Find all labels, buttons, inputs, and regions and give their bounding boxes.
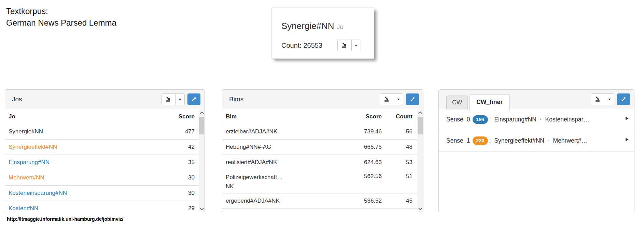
- jo-score: 35: [161, 159, 199, 166]
- table-row[interactable]: ergebend#ADJA#NK 536.52 45: [222, 193, 417, 209]
- senses-download-split-button: [591, 93, 614, 105]
- table-row: Mehrwert#NN 30: [5, 170, 199, 186]
- jo-score: 30: [161, 190, 199, 197]
- sense-items: Einsparung#NN · Kosteneinspar…: [494, 116, 589, 123]
- bim-term: Polizeigewerkschaft… NK: [222, 173, 345, 191]
- bim-count: 56: [386, 128, 417, 135]
- bim-score: 536.52: [345, 198, 386, 204]
- table-row: Kosteneinsparung#NN 30: [5, 186, 199, 201]
- term-type-label: Jo: [337, 23, 344, 30]
- scrollbar-thumb[interactable]: [418, 117, 423, 134]
- column-header-score[interactable]: Score: [345, 113, 386, 120]
- table-row[interactable]: erzielbar#ADJA#NK 739.46 56: [222, 124, 417, 140]
- jo-score: 30: [161, 174, 199, 181]
- download-options-button[interactable]: [605, 94, 614, 105]
- sense-colon: :: [489, 116, 491, 123]
- download-button[interactable]: [380, 94, 394, 105]
- term-card-download-split-button: [337, 40, 361, 51]
- bim-count: 48: [386, 144, 417, 150]
- jo-term-link[interactable]: Kosten#NN: [5, 205, 161, 212]
- sense-colon: :: [489, 137, 491, 144]
- download-icon: [341, 42, 348, 49]
- jo-term-link[interactable]: Einsparung#NN: [5, 159, 161, 166]
- senses-tabs: CW CW_finer: [446, 90, 511, 109]
- table-row[interactable]: Polizeigewerkschaft… NK 562.56 51: [222, 170, 417, 193]
- expand-icon: [409, 96, 416, 102]
- download-button[interactable]: [162, 94, 175, 105]
- scroll-up-button[interactable]: [199, 110, 205, 115]
- download-options-button[interactable]: [394, 94, 403, 105]
- scroll-down-button[interactable]: [199, 206, 205, 212]
- sense-row[interactable]: Sense 1 223 : Synergieeffekt#NN · Mehrwe…: [439, 130, 634, 151]
- bims-download-split-button: [380, 93, 403, 105]
- sense-index: 1: [467, 137, 470, 144]
- bim-count: 53: [386, 159, 417, 166]
- expand-sense-caret-icon[interactable]: [626, 117, 629, 120]
- table-row: Synergieeffekt#NN 42: [5, 140, 199, 155]
- jos-table-header: Jo Score: [5, 109, 199, 124]
- bim-count: 45: [386, 198, 417, 204]
- senses-list: Sense 0 194 : Einsparung#NN · Kosteneins…: [439, 109, 634, 212]
- sense-items: Synergieeffekt#NN · Mehrwert#…: [494, 137, 587, 144]
- chevron-down-icon: [179, 99, 181, 100]
- jo-term-link[interactable]: Synergie#NN: [5, 128, 161, 135]
- expand-button[interactable]: [187, 93, 200, 105]
- bim-term-line1: Polizeigewerkschaft…: [226, 174, 283, 180]
- vertical-scrollbar[interactable]: [417, 109, 423, 212]
- table-row[interactable]: realisiert#ADJA#NK 624.63 53: [222, 155, 417, 170]
- bim-term: ergebend#ADJA#NK: [222, 198, 345, 204]
- expand-icon: [620, 96, 627, 102]
- jo-term-link[interactable]: Synergieeffekt#NN: [5, 144, 161, 150]
- jos-download-split-button: [161, 93, 185, 105]
- column-header-bim[interactable]: Bim: [222, 113, 345, 120]
- download-button[interactable]: [591, 94, 605, 105]
- bim-term: erzielbar#ADJA#NK: [222, 128, 345, 135]
- table-row: Synergie#NN 477: [5, 124, 199, 140]
- download-options-button[interactable]: [175, 94, 184, 105]
- download-options-button[interactable]: [351, 40, 361, 51]
- jos-table-body: Jo Score Synergie#NN 477 Synergieeffekt#…: [5, 109, 205, 212]
- expand-icon: [191, 96, 197, 102]
- download-button[interactable]: [338, 40, 351, 51]
- bims-panel-title: Bims: [229, 96, 380, 103]
- bims-panel-heading: Bims: [222, 90, 423, 109]
- jo-term-link[interactable]: Mehrwert#NN: [5, 174, 161, 181]
- term-card: Synergie#NNJo Count: 26553: [271, 8, 374, 59]
- corpus-label-line1: Textkorpus:: [6, 5, 116, 17]
- term-card-title: Synergie#NNJo: [281, 21, 344, 31]
- corpus-label-line2: German News Parsed Lemma: [6, 17, 116, 29]
- column-header-count[interactable]: Count: [386, 113, 417, 120]
- bims-table-body: Bim Score Count erzielbar#ADJA#NK 739.46…: [222, 109, 423, 212]
- jo-score: 477: [161, 128, 199, 135]
- senses-panel-heading: CW CW_finer: [439, 90, 634, 109]
- scroll-down-button[interactable]: [417, 206, 423, 212]
- bim-score: 739.46: [345, 128, 386, 135]
- jos-table: Jo Score Synergie#NN 477 Synergieeffekt#…: [5, 109, 199, 212]
- download-icon: [594, 96, 601, 103]
- vertical-scrollbar[interactable]: [199, 109, 205, 212]
- table-row[interactable]: Hebung#NN#-AG 665.75 48: [222, 140, 417, 155]
- tab-cw[interactable]: CW: [446, 96, 468, 110]
- tab-cw-finer[interactable]: CW_finer: [469, 94, 510, 111]
- bim-term-line2: NK: [226, 183, 234, 190]
- sense-label: Sense: [446, 116, 463, 123]
- sense-row[interactable]: Sense 0 194 : Einsparung#NN · Kosteneins…: [439, 109, 634, 130]
- column-header-score[interactable]: Score: [161, 113, 199, 120]
- sense-label: Sense: [446, 137, 463, 144]
- bim-score: 624.63: [345, 159, 386, 166]
- expand-button[interactable]: [406, 93, 419, 105]
- expand-button[interactable]: [617, 93, 630, 105]
- sense-count-badge: 194: [473, 115, 488, 124]
- jo-score: 42: [161, 144, 199, 150]
- column-header-jo[interactable]: Jo: [5, 113, 161, 120]
- scroll-up-button[interactable]: [417, 110, 423, 115]
- bim-score: 665.75: [345, 144, 386, 150]
- scrollbar-thumb[interactable]: [199, 117, 204, 134]
- senses-panel: CW CW_finer: [438, 89, 634, 212]
- download-icon: [383, 96, 390, 103]
- expand-sense-caret-icon[interactable]: [626, 138, 629, 141]
- term-card-count-row: Count: 26553: [281, 40, 361, 51]
- bims-table: Bim Score Count erzielbar#ADJA#NK 739.46…: [222, 109, 417, 209]
- jo-term-link[interactable]: Kosteneinsparung#NN: [5, 190, 161, 197]
- bims-panel: Bims: [222, 89, 423, 212]
